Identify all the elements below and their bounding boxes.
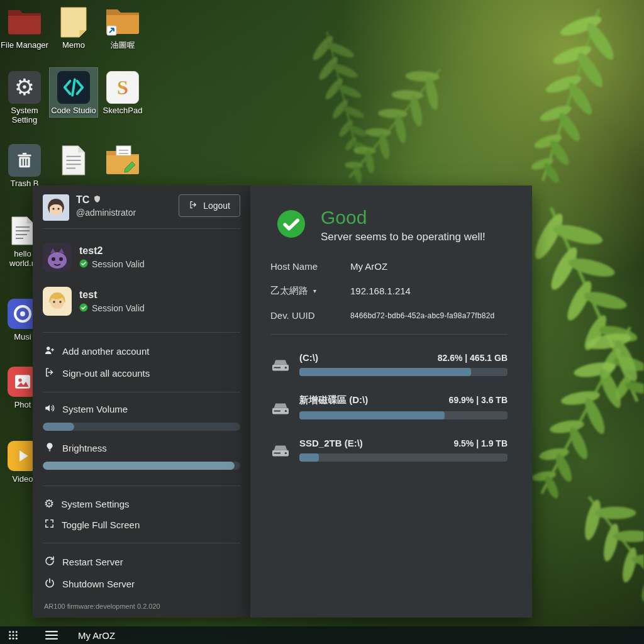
volume-slider-fill (43, 423, 74, 431)
signout-all-item[interactable]: Sign-out all accounts (43, 362, 240, 384)
account-row-test2[interactable]: test2 Session Valid (43, 243, 240, 272)
volume-label-row: System Volume (43, 400, 240, 418)
network-dropdown[interactable]: 乙太網路 ▾ (270, 285, 350, 297)
disk-usage-bar (299, 453, 508, 462)
status-check-circle-icon (277, 209, 306, 241)
taskbar: My ArOZ (0, 626, 644, 644)
speaker-icon (44, 402, 55, 416)
user-identity: TC @administrator (76, 194, 136, 218)
disk-content: (C:\) 82.6% | 465.1 GB (299, 352, 508, 376)
account-status: Session Valid (92, 259, 145, 269)
account-status: Session Valid (92, 303, 145, 313)
desktop-icon-system-setting[interactable]: ⚙ System Setting (1, 68, 48, 127)
sign-out-icon (189, 200, 198, 211)
divider (43, 228, 240, 229)
svg-text:S: S (117, 76, 128, 99)
system-settings-item[interactable]: ⚙ System Settings (43, 494, 240, 514)
desktop-icon-shortcut-folder[interactable]: 油圖喔 (99, 3, 147, 52)
divider (43, 332, 240, 333)
status-row: Good Server seems to be operating well! (277, 207, 508, 243)
hostname-label: Host Name (270, 261, 350, 272)
brightness-slider[interactable] (43, 462, 240, 470)
signout-all-label: Sign-out all accounts (62, 368, 150, 379)
disk-content: SSD_2TB (E:\) 9.5% | 1.9 TB (299, 438, 508, 462)
desktop-icon-sketchpad[interactable]: S SketchPad (99, 68, 147, 117)
logout-label: Logout (203, 201, 230, 211)
shutdown-server-item[interactable]: Shutdown Server (43, 573, 240, 595)
desktop-icon-document[interactable] (50, 141, 97, 180)
account-row-test[interactable]: test Session Valid (43, 287, 240, 316)
desktop-icon-code-studio[interactable]: Code Studio (50, 68, 97, 117)
shield-icon (93, 194, 101, 206)
disk-row-e: SSD_2TB (E:\) 9.5% | 1.9 TB (270, 438, 508, 462)
icon-label: SketchPad (99, 106, 147, 115)
hostname-value: My ArOZ (350, 261, 387, 272)
app-grid-icon[interactable] (8, 630, 19, 641)
check-circle-icon (79, 303, 88, 314)
restart-server-item[interactable]: Restart Server (43, 551, 240, 573)
disk-usage-fill (299, 368, 471, 376)
account-info: test2 Session Valid (79, 245, 145, 270)
volume-label: System Volume (62, 404, 128, 414)
power-icon (44, 577, 55, 591)
lightbulb-icon (44, 441, 55, 455)
uuid-row: Dev. UUID 8466bd72-bdb6-452a-abc9-fa98a7… (270, 310, 508, 321)
disk-usage: 82.6% | 465.1 GB (438, 353, 508, 363)
gear-icon: ⚙ (44, 498, 54, 509)
icon-label: File Manager (1, 40, 48, 50)
sketchpad-icon: S (99, 69, 147, 106)
desktop-icon-folder-edit[interactable] (99, 141, 147, 180)
icon-label: Memo (50, 40, 97, 50)
hdd-icon (270, 443, 291, 462)
chevron-down-icon: ▾ (313, 287, 316, 294)
brightness-label-row: Brightness (43, 439, 240, 457)
memo-icon (50, 4, 97, 40)
account-info: test Session Valid (79, 289, 145, 314)
user-panel-header: TC @administrator Logout (43, 194, 240, 221)
folder-edit-icon (99, 142, 147, 179)
user-panel: TC @administrator Logout test2 (33, 186, 250, 618)
divider (270, 334, 508, 335)
disk-name: SSD_2TB (E:\) (299, 438, 363, 448)
user-plus-icon (44, 345, 55, 358)
hdd-icon (270, 401, 291, 419)
restart-server-label: Restart Server (62, 557, 123, 567)
gear-tile-icon: ⚙ (1, 69, 48, 106)
add-account-item[interactable]: Add another account (43, 340, 240, 362)
icon-label: Code Studio (50, 106, 97, 115)
document-icon (50, 142, 97, 179)
disk-usage: 69.9% | 3.6 TB (449, 395, 508, 405)
brightness-label: Brightness (62, 443, 107, 453)
account-avatar (43, 287, 72, 316)
firmware-version: AR100 firmware:development 0.2.020 (43, 599, 240, 611)
folder-shortcut-icon (99, 4, 147, 40)
user-name: TC (76, 194, 89, 206)
logout-button[interactable]: Logout (179, 194, 240, 217)
desktop-icon-trash[interactable]: Trash B (1, 141, 48, 190)
hamburger-menu-icon[interactable] (45, 630, 58, 640)
toggle-fullscreen-item[interactable]: Toggle Full Screen (43, 514, 240, 535)
user-handle: @administrator (76, 208, 136, 218)
desktop-icon-file-manager[interactable]: File Manager (1, 3, 48, 52)
volume-slider[interactable] (43, 423, 240, 431)
taskbar-title: My ArOZ (78, 630, 115, 641)
uuid-label: Dev. UUID (270, 310, 350, 321)
divider (43, 392, 240, 392)
file-manager-icon (1, 4, 48, 40)
user-avatar (43, 194, 69, 221)
trash-icon (1, 142, 48, 179)
divider (43, 486, 240, 486)
toggle-fullscreen-label: Toggle Full Screen (62, 519, 140, 530)
disk-usage-fill (299, 453, 319, 462)
account-avatar (43, 243, 72, 272)
disk-row-c: (C:\) 82.6% | 465.1 GB (270, 352, 508, 376)
disk-usage-bar (299, 411, 508, 419)
restart-icon (44, 555, 55, 569)
check-circle-icon (79, 259, 88, 270)
network-label: 乙太網路 (270, 285, 308, 297)
code-studio-icon (50, 69, 97, 106)
fullscreen-icon (44, 518, 55, 531)
icon-label: 油圖喔 (99, 40, 147, 50)
disk-row-d: 新增磁碟區 (D:\) 69.9% | 3.6 TB (270, 394, 508, 419)
desktop-icon-memo[interactable]: Memo (50, 3, 97, 52)
